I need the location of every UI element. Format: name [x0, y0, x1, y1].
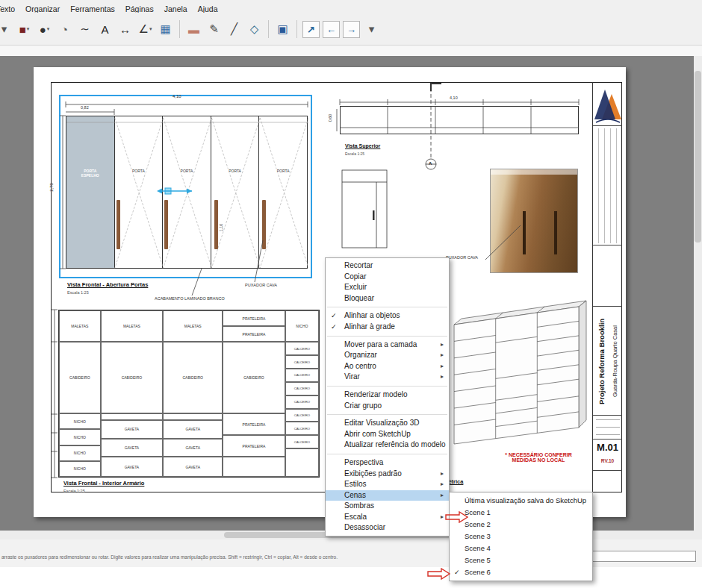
- context-menu-item-bloquear[interactable]: Bloquear: [326, 293, 449, 304]
- freehand-tool-icon[interactable]: ∼: [75, 19, 95, 39]
- top-view-title: Vista Superior: [345, 143, 380, 148]
- context-menu-item-alinhar-a-grade[interactable]: ✓Alinhar à grade: [326, 322, 449, 333]
- dimension-tool-icon[interactable]: ↔: [115, 19, 135, 39]
- style-tool-icon[interactable]: ✎: [204, 19, 224, 39]
- interior-cell-calceiro: CALCEIRO: [285, 409, 319, 422]
- callout-finish: ACABAMENTO LAMINADO BRANCO: [155, 296, 225, 301]
- split-tool-icon[interactable]: ╱: [224, 19, 244, 39]
- vertical-scrollbar[interactable]: [694, 56, 702, 531]
- interior-cell-gaveta: GAVETA: [163, 420, 223, 439]
- revision-number: RV.10: [593, 458, 622, 463]
- interior-cell-prateleira: PRATELEIRA: [223, 310, 285, 326]
- text-tool-icon[interactable]: A: [95, 19, 115, 39]
- toolbar-separator: [296, 20, 297, 38]
- interior-cell-nicho: NICHO: [285, 310, 319, 342]
- eraser-tool-icon[interactable]: ▬: [184, 19, 204, 39]
- context-menu-item-criar-grupo[interactable]: Criar grupo: [326, 401, 449, 412]
- photo-handle: [554, 211, 557, 254]
- table-tool-icon[interactable]: ▦: [155, 19, 176, 39]
- sheet-number: M.01: [593, 442, 622, 453]
- status-hint: arraste os puxadores para redimensionar …: [1, 554, 338, 560]
- titleblock: Projeto Reforma Brooklin Guarda-Roupa Qu…: [592, 82, 622, 492]
- interior-cell-cabideiro: CABIDEIRO: [223, 342, 285, 413]
- annotation-arrow-escala: [445, 511, 468, 523]
- context-menu-item-copiar[interactable]: Copiar: [326, 272, 449, 283]
- interior-cell-cabideiro: CABIDEIRO: [59, 342, 101, 413]
- revision-table-line: [610, 128, 611, 243]
- scenes-submenu-item-ultima-visualizacao-salva-do-sketchup[interactable]: Última visualização salva do SketchUp: [450, 495, 592, 507]
- context-menu-item-escala[interactable]: Escala▸: [326, 512, 449, 523]
- interior-cell-maletas: MALETAS: [59, 310, 101, 342]
- interior-cell: [223, 457, 285, 477]
- context-menu-item-sombras[interactable]: Sombras: [326, 501, 449, 512]
- angle-dimension-tool-icon[interactable]: ∠▾: [135, 19, 155, 39]
- section-marker: A: [429, 161, 435, 166]
- scenes-submenu-item-scene-4[interactable]: Scene 4: [450, 542, 592, 554]
- context-menu-item-desassociar[interactable]: Desassociar: [326, 522, 449, 534]
- interior-cell-calceiro: CALCEIRO: [285, 382, 319, 395]
- interior-elevation-drawing[interactable]: MALETASMALETASMALETASPRATELEIRAPRATELEIR…: [58, 310, 320, 478]
- next-page-icon[interactable]: →: [343, 21, 360, 38]
- interior-cell: [101, 413, 164, 420]
- toolbar-icons: ▾■▾●▾◔∼A↔∠▾▦▬✎╱◇▣↗←→▾: [0, 19, 382, 40]
- context-menu-separator: [327, 307, 447, 307]
- top-view-drawing[interactable]: [340, 106, 579, 134]
- measurements-input[interactable]: [590, 551, 696, 562]
- interior-cell-calceiro: CALCEIRO: [285, 395, 319, 409]
- top-view-scale: Escala 1:25: [345, 151, 364, 156]
- context-menu-item-atualizar-referencia-do-modelo[interactable]: Atualizar referência do modelo: [326, 440, 449, 451]
- wardrobe-reference-photo: [490, 169, 578, 273]
- dim-top-depth: 0,60: [328, 114, 332, 122]
- context-menu-item-ao-centro[interactable]: Ao centro▸: [326, 361, 449, 372]
- annotation-arrow-scene6: [427, 568, 450, 580]
- front-view-scale: Escala 1:25: [67, 290, 89, 295]
- photo-callout: PUXADOR CAVA: [446, 255, 478, 260]
- scenes-submenu-item-scene-2[interactable]: Scene 2: [450, 519, 592, 531]
- scenes-submenu-item-scene-5[interactable]: Scene 5: [450, 554, 592, 566]
- selected-viewport-outline[interactable]: [59, 95, 312, 278]
- menubar: TextoOrganizarFerramentasPáginasJanelaAj…: [0, 0, 702, 13]
- interior-cell-calceiro: CALCEIRO: [285, 342, 319, 355]
- toolbar-overflow-icon[interactable]: ▾: [361, 19, 382, 39]
- interior-cell-gaveta: GAVETA: [101, 457, 164, 477]
- statusbar: arraste os puxadores para redimensionar …: [0, 539, 702, 567]
- context-menu-separator: [327, 454, 447, 454]
- front-view-title: Vista Frontal - Abertura Portas: [67, 281, 148, 288]
- scenes-submenu-item-scene-1[interactable]: Scene 1: [450, 507, 592, 519]
- scenes-submenu: Última visualização salva do SketchUpSce…: [449, 492, 593, 581]
- revision-table-line: [598, 128, 599, 243]
- vertical-scrollbar-thumb[interactable]: [695, 71, 701, 243]
- context-menu-item-exibicoes-padrao[interactable]: Exibições padrão▸: [326, 469, 449, 480]
- interior-cell-prateleira: PRATELEIRA: [223, 413, 285, 435]
- context-menu-item-virar[interactable]: Virar▸: [326, 372, 449, 383]
- arc-tool-icon[interactable]: ◔: [55, 19, 75, 39]
- previous-page-icon[interactable]: ←: [323, 21, 340, 38]
- interior-cell-maletas: MALETAS: [163, 310, 223, 342]
- context-menu-item-excluir[interactable]: Excluir: [326, 282, 449, 293]
- rectangle-tool-icon[interactable]: ■▾: [14, 19, 34, 39]
- context-menu-item-renderizar-modelo[interactable]: Renderizar modelo: [326, 390, 449, 401]
- presentation-tool-icon[interactable]: ▣: [273, 19, 293, 39]
- interior-cell-nicho: NICHO: [59, 461, 101, 477]
- context-menu-item-perspectiva[interactable]: Perspectiva: [326, 457, 449, 469]
- context-menu-item-estilos[interactable]: Estilos▸: [326, 479, 449, 490]
- scenes-submenu-item-scene-6[interactable]: ✓Scene 6: [450, 566, 592, 578]
- context-menu-item-mover-para-a-camada[interactable]: Mover para a camada▸: [326, 340, 449, 351]
- site-measurement-note: * NECESSÁRIO CONFERIR MEDIDAS NO LOCAL: [482, 452, 595, 463]
- zoom-to-fit-icon[interactable]: ↗: [302, 21, 320, 38]
- join-tool-icon[interactable]: ◇: [244, 19, 264, 39]
- scenes-submenu-item-scene-3[interactable]: Scene 3: [450, 531, 592, 542]
- revision-table-line: [616, 128, 617, 243]
- context-menu-item-recortar[interactable]: Recortar: [326, 260, 449, 272]
- context-menu-item-editar-visualizacao-3d[interactable]: Editar Visualização 3D: [326, 418, 449, 429]
- context-menu-item-organizar[interactable]: Organizar▸: [326, 350, 449, 361]
- interior-cell-calceiro: CALCEIRO: [285, 422, 319, 435]
- context-menu-separator: [327, 386, 447, 387]
- project-subtitle: Guarda-Roupa Quarto Casal: [609, 307, 621, 415]
- context-menu-item-abrir-com-sketchup[interactable]: Abrir com SketchUp: [326, 429, 449, 440]
- interior-cell-gaveta: GAVETA: [163, 439, 223, 457]
- context-menu-item-alinhar-a-objetos[interactable]: ✓Alinhar a objetos: [326, 310, 449, 322]
- circle-tool-icon[interactable]: ●▾: [34, 19, 55, 39]
- select-tool-dropdown-icon[interactable]: ▾: [0, 19, 14, 39]
- context-menu-item-cenas[interactable]: Cenas▸: [326, 490, 449, 501]
